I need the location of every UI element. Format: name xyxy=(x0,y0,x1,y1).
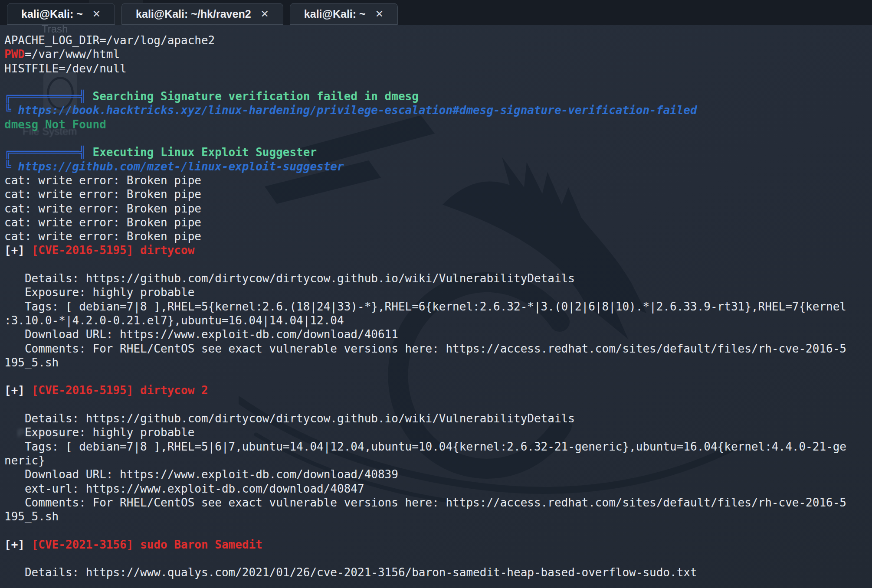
terminal-line: Details: https://github.com/dirtycow/dir… xyxy=(4,412,869,425)
terminal-line: Details: https://www.qualys.com/2021/01/… xyxy=(4,565,869,579)
terminal-text: Details: https://github.com/dirtycow/dir… xyxy=(4,412,575,425)
terminal-line: APACHE_LOG_DIR=/var/log/apache2 xyxy=(4,33,869,47)
terminal-text: PWD xyxy=(4,48,25,61)
terminal-line: cat: write error: Broken pipe xyxy=(4,187,869,201)
terminal-text: Tags: [ debian=7|8 ],RHEL=5{kernel:2.6.(… xyxy=(4,300,846,313)
tab-close-icon[interactable]: ✕ xyxy=(261,9,269,19)
url-link[interactable]: https://github.com/mzet-/linux-exploit-s… xyxy=(18,160,344,173)
terminal-text: =/var/www/html xyxy=(25,48,120,61)
terminal-text: Download URL: https://www.exploit-db.com… xyxy=(4,468,398,481)
terminal-line: Download URL: https://www.exploit-db.com… xyxy=(4,327,869,341)
terminal-text: Download URL: https://www.exploit-db.com… xyxy=(4,328,398,341)
terminal-text: ╚ xyxy=(4,104,18,117)
terminal-text: ╔══════════╣ xyxy=(4,146,86,159)
terminal-text: Comments: For RHEL/CentOS see exact vuln… xyxy=(4,496,846,509)
terminal-line: HISTFILE=/dev/null xyxy=(4,62,869,75)
terminal-line xyxy=(4,258,869,271)
terminal-line xyxy=(4,369,869,383)
terminal-line: ╔══════════╣ Searching Signature verific… xyxy=(4,89,869,103)
tab-title: kali@Kali: ~ xyxy=(304,8,366,20)
tab-3-kali-kali[interactable]: kali@Kali: ~✕ xyxy=(290,3,398,25)
terminal-text: [CVE-2016-5195] dirtycow xyxy=(32,244,195,257)
terminal-text: ╚ xyxy=(4,160,18,173)
terminal-line: 195_5.sh xyxy=(4,356,869,369)
terminal-line: Tags: [ debian=7|8 ],RHEL=5|6|7,ubuntu=1… xyxy=(4,440,869,454)
terminal-line: cat: write error: Broken pipe xyxy=(4,216,869,229)
terminal-text: Searching Signature verification failed … xyxy=(86,90,419,103)
terminal-text: Exposure: highly probable xyxy=(4,426,194,439)
terminal-text: cat: write error: Broken pipe xyxy=(4,216,201,229)
terminal-text: [CVE-2016-5195] dirtycow 2 xyxy=(32,384,208,397)
terminal-output[interactable]: Trash File System Packets.s APACHE_LOG_D… xyxy=(0,25,872,588)
terminal-text: ext-url: https://www.exploit-db.com/down… xyxy=(4,482,364,495)
terminal-lines: APACHE_LOG_DIR=/var/log/apache2PWD=/var/… xyxy=(4,33,869,580)
tab-2-kali-kali-hk-raven2[interactable]: kali@Kali: ~/hk/raven2✕ xyxy=(121,3,283,25)
terminal-line: Comments: For RHEL/CentOS see exact vuln… xyxy=(4,342,869,356)
terminal-text: Exposure: highly probable xyxy=(4,286,194,299)
terminal-line: neric} xyxy=(4,454,869,467)
terminal-line: Download URL: https://www.exploit-db.com… xyxy=(4,467,869,481)
terminal-text: cat: write error: Broken pipe xyxy=(4,188,201,201)
tab-title: kali@Kali: ~ xyxy=(21,8,83,20)
terminal-line: ╚ https://book.hacktricks.xyz/linux-hard… xyxy=(4,103,869,117)
terminal-line: cat: write error: Broken pipe xyxy=(4,229,869,243)
terminal-line: PWD=/var/www/html xyxy=(4,47,869,61)
terminal-text: [+] xyxy=(4,384,32,397)
terminal-text: ╔══════════╣ xyxy=(4,90,86,103)
terminal-text: cat: write error: Broken pipe xyxy=(4,202,201,215)
terminal-line: ext-url: https://www.exploit-db.com/down… xyxy=(4,482,869,496)
terminal-line: Details: https://github.com/dirtycow/dir… xyxy=(4,271,869,285)
terminal-line: :3.10.0-*|4.2.0-0.21.el7},ubuntu=16.04|1… xyxy=(4,314,869,327)
terminal-line xyxy=(4,131,869,145)
tab-bar: kali@Kali: ~✕kali@Kali: ~/hk/raven2✕kali… xyxy=(0,0,872,25)
terminal-text: Details: https://github.com/dirtycow/dir… xyxy=(4,272,575,285)
terminal-line: Tags: [ debian=7|8 ],RHEL=5{kernel:2.6.(… xyxy=(4,300,869,314)
terminal-text: HISTFILE=/dev/null xyxy=(4,62,127,75)
terminal-text: APACHE_LOG_DIR=/var/log/apache2 xyxy=(4,34,215,47)
terminal-text: dmesg Not Found xyxy=(4,118,106,131)
terminal-line: Exposure: highly probable xyxy=(4,425,869,439)
terminal-line: 195_5.sh xyxy=(4,510,869,523)
terminal-line: ╚ https://github.com/mzet-/linux-exploit… xyxy=(4,160,869,173)
terminal-line xyxy=(4,523,869,537)
terminal-text: neric} xyxy=(4,454,45,467)
terminal-text: [CVE-2021-3156] sudo Baron Samedit xyxy=(32,538,262,551)
terminal-line: Exposure: highly probable xyxy=(4,285,869,299)
terminal-line: [+] [CVE-2016-5195] dirtycow xyxy=(4,243,869,257)
terminal-text: Comments: For RHEL/CentOS see exact vuln… xyxy=(4,342,846,355)
terminal-line: [+] [CVE-2021-3156] sudo Baron Samedit xyxy=(4,538,869,552)
url-link[interactable]: https://book.hacktricks.xyz/linux-harden… xyxy=(18,104,697,117)
tab-1-kali-kali[interactable]: kali@Kali: ~✕ xyxy=(7,3,115,25)
terminal-line: dmesg Not Found xyxy=(4,118,869,131)
terminal-line xyxy=(4,552,869,565)
terminal-line: ╔══════════╣ Executing Linux Exploit Sug… xyxy=(4,145,869,159)
terminal-text: 195_5.sh xyxy=(4,510,59,523)
terminal-line xyxy=(4,75,869,89)
terminal-line: cat: write error: Broken pipe xyxy=(4,173,869,187)
terminal-text: cat: write error: Broken pipe xyxy=(4,230,201,243)
tab-title: kali@Kali: ~/hk/raven2 xyxy=(136,8,251,20)
terminal-text: [+] xyxy=(4,538,32,551)
tab-close-icon[interactable]: ✕ xyxy=(92,9,101,19)
terminal-text: cat: write error: Broken pipe xyxy=(4,174,201,187)
terminal-line: Comments: For RHEL/CentOS see exact vuln… xyxy=(4,496,869,510)
terminal-text: Tags: [ debian=7|8 ],RHEL=5|6|7,ubuntu=1… xyxy=(4,440,846,453)
tab-close-icon[interactable]: ✕ xyxy=(375,9,384,19)
terminal-line xyxy=(4,398,869,412)
terminal-line: [+] [CVE-2016-5195] dirtycow 2 xyxy=(4,383,869,397)
terminal-text: 195_5.sh xyxy=(4,356,59,369)
terminal-text: [+] xyxy=(4,244,32,257)
terminal-text: Executing Linux Exploit Suggester xyxy=(86,146,317,159)
terminal-text: Details: https://www.qualys.com/2021/01/… xyxy=(4,566,697,579)
terminal-text: :3.10.0-*|4.2.0-0.21.el7},ubuntu=16.04|1… xyxy=(4,314,344,327)
terminal-line: cat: write error: Broken pipe xyxy=(4,202,869,216)
